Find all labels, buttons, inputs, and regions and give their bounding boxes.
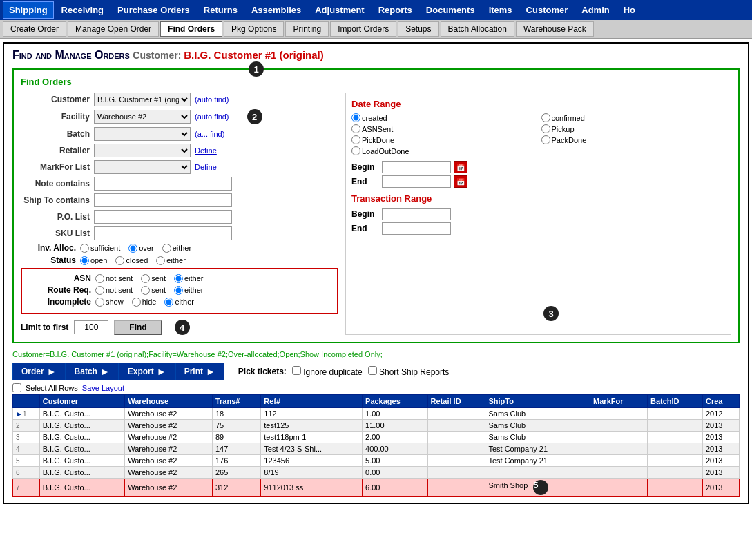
subnav-manage-open-order[interactable]: Manage Open Order [68,21,159,37]
batch-select[interactable] [94,127,191,141]
nav-items[interactable]: Items [483,1,519,19]
trans-begin-label: Begin [351,209,379,219]
inv-alloc-sufficient[interactable]: sufficient [80,244,120,253]
save-layout-link[interactable]: Save Layout [82,384,124,392]
end-date-input[interactable] [382,175,451,188]
th-customer[interactable]: Customer [39,395,125,408]
status-open[interactable]: open [80,256,107,265]
nav-returns[interactable]: Returns [197,1,244,19]
facility-select[interactable]: Warehouse #2 [94,110,191,124]
begin-calendar-icon[interactable]: 📅 [454,161,467,173]
trans-end-input[interactable] [382,222,451,235]
order-button[interactable]: Order ► [12,363,66,380]
export-button[interactable]: Export ► [119,363,175,380]
th-markfor[interactable]: MarkFor [590,395,648,408]
ignore-duplicate-checkbox-label[interactable]: Ignore duplicate [292,366,363,377]
markfor-define-link[interactable]: Define [195,163,217,171]
asn-not-sent[interactable]: not sent [95,274,133,283]
short-ship-checkbox-label[interactable]: Short Ship Reports [368,366,450,377]
status-closed[interactable]: closed [115,256,148,265]
subnav-create-order[interactable]: Create Order [3,21,66,37]
nav-shipping[interactable]: Shipping [3,1,54,19]
th-retail-id[interactable]: Retail ID [427,395,485,408]
date-confirmed[interactable]: confirmed [541,113,726,122]
nav-receiving[interactable]: Receiving [55,1,110,19]
retailer-define-link[interactable]: Define [195,146,217,155]
limit-input[interactable] [74,320,108,334]
date-asnsent[interactable]: ASNSent [351,124,536,133]
incomplete-show[interactable]: show [95,298,124,307]
subnav-printing[interactable]: Printing [285,21,329,37]
find-button[interactable]: Find [114,320,162,335]
th-trans[interactable]: Trans# [212,395,260,408]
ignore-duplicate-checkbox[interactable] [292,366,301,375]
select-all-checkbox[interactable] [12,383,21,392]
sku-input[interactable] [94,226,232,240]
row-customer: B.I.G. Custo... [39,455,125,467]
row-batchid [647,432,702,443]
batch-auto-find[interactable]: (a... find) [195,130,224,138]
batch-button[interactable]: Batch ► [66,363,119,380]
incomplete-either[interactable]: either [164,298,194,307]
date-created[interactable]: created [351,113,536,122]
subnav-setups[interactable]: Setups [398,21,438,37]
row-retail-id [427,467,485,479]
short-ship-checkbox[interactable] [368,366,377,375]
route-req-either[interactable]: either [174,286,204,295]
facility-auto-find[interactable]: (auto find) [195,113,229,121]
status-either[interactable]: either [156,256,186,265]
shipto-input[interactable] [94,193,232,207]
th-warehouse[interactable]: Warehouse [125,395,213,408]
subnav-find-orders[interactable]: Find Orders [160,21,222,37]
inv-alloc-over[interactable]: over [128,244,153,253]
th-packages[interactable]: Packages [363,395,428,408]
nav-purchase-orders[interactable]: Purchase Orders [111,1,196,19]
nav-adjustment[interactable]: Adjustment [309,1,371,19]
table-row[interactable]: 7 B.I.G. Custo... Warehouse #2 312 91120… [13,479,740,497]
subnav-warehouse-pack[interactable]: Warehouse Pack [516,21,594,37]
nav-reports[interactable]: Reports [372,1,418,19]
table-row[interactable]: 3 B.I.G. Custo... Warehouse #2 89 test11… [13,432,740,443]
th-batchid[interactable]: BatchID [647,395,702,408]
date-packdone[interactable]: PackDone [541,135,726,144]
table-row[interactable]: 5 B.I.G. Custo... Warehouse #2 176 12345… [13,455,740,467]
nav-ho[interactable]: Ho [617,1,642,19]
begin-date-input[interactable] [382,161,451,173]
route-req-sent[interactable]: sent [141,286,166,295]
row-shipto: Sams Club [485,432,590,443]
subnav-pkg-options[interactable]: Pkg Options [224,21,284,37]
asn-either[interactable]: either [174,274,204,283]
th-ref[interactable]: Ref# [261,395,363,408]
nav-documents[interactable]: Documents [420,1,481,19]
table-row[interactable]: 4 B.I.G. Custo... Warehouse #2 147 Test … [13,443,740,455]
route-req-label: Route Req. [29,285,91,295]
end-calendar-icon[interactable]: 📅 [454,175,467,188]
route-req-not-sent[interactable]: not sent [95,286,133,295]
asn-sent[interactable]: sent [141,274,166,283]
th-crea[interactable]: Crea [702,395,739,408]
nav-admin[interactable]: Admin [575,1,615,19]
date-pickdone[interactable]: PickDone [351,135,536,144]
po-input[interactable] [94,210,232,224]
markfor-select[interactable] [94,160,191,174]
inv-alloc-either[interactable]: either [162,244,192,253]
expand-arrow-icon[interactable]: ► [16,410,23,418]
subnav-import-orders[interactable]: Import Orders [330,21,396,37]
nav-customer[interactable]: Customer [520,1,575,19]
retailer-select[interactable] [94,144,191,157]
row-batchid [647,479,702,497]
incomplete-hide[interactable]: hide [132,298,157,307]
table-row[interactable]: ►1 B.I.G. Custo... Warehouse #2 18 112 1… [13,408,740,420]
nav-assemblies[interactable]: Assemblies [245,1,307,19]
subnav-batch-allocation[interactable]: Batch Allocation [441,21,514,37]
table-row[interactable]: 2 B.I.G. Custo... Warehouse #2 75 test12… [13,420,740,432]
date-loadoutdone[interactable]: LoadOutDone [351,146,536,155]
trans-begin-input[interactable] [382,208,451,220]
th-shipto[interactable]: ShipTo [485,395,590,408]
customer-auto-find[interactable]: (auto find) [195,95,229,104]
note-input[interactable] [94,177,232,191]
date-pickup[interactable]: Pickup [541,124,726,133]
print-button[interactable]: Print ► [175,363,224,380]
table-row[interactable]: 6 B.I.G. Custo... Warehouse #2 265 8/19 … [13,467,740,479]
customer-select[interactable]: B.I.G. Customer #1 (origin [94,93,191,106]
